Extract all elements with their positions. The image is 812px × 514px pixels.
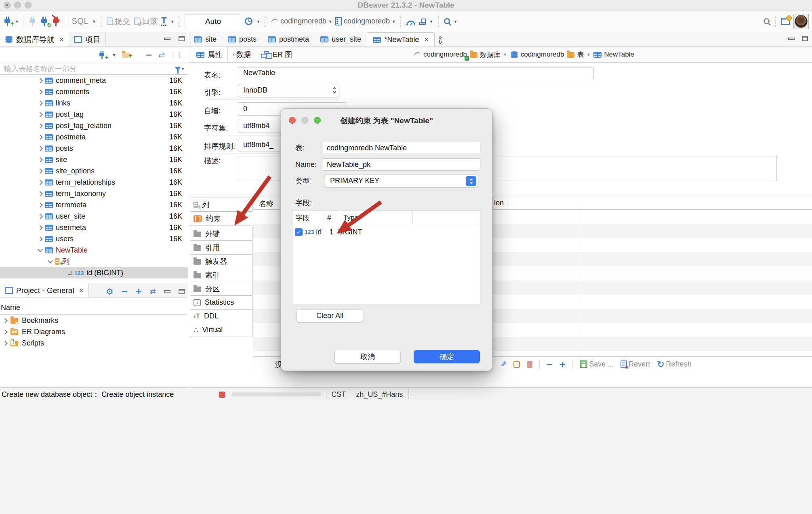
rollback-button[interactable]: 回滚	[134, 16, 158, 27]
search-dropdown[interactable]: ▾	[454, 19, 457, 24]
chevron-icon[interactable]	[38, 225, 43, 230]
chevron-icon[interactable]	[38, 89, 43, 95]
cancel-button[interactable]: 取消	[334, 350, 401, 363]
locale-indicator[interactable]: zh_US_#Hans	[356, 390, 403, 399]
chevron-icon[interactable]	[38, 214, 43, 219]
col-header-position[interactable]: #	[324, 211, 340, 225]
select-updown-icon[interactable]	[466, 176, 476, 186]
chevron-icon[interactable]	[2, 329, 8, 335]
chevron-icon[interactable]	[48, 258, 53, 263]
tree-row[interactable]: 123 id (BIGINT)	[0, 267, 188, 278]
search-icon[interactable]	[444, 18, 450, 24]
tab-er-diagram[interactable]: ER 图	[256, 47, 297, 62]
col-header-field[interactable]: 字段	[292, 211, 324, 225]
tree-row[interactable]: comments 16K	[0, 86, 188, 97]
transaction-log-dropdown[interactable]: ▾	[257, 19, 259, 24]
tree-row[interactable]: term_taxonomy 16K	[0, 188, 188, 199]
chevron-icon[interactable]	[38, 191, 43, 196]
chevron-icon[interactable]	[2, 318, 8, 323]
category-item[interactable]: Statistics	[190, 295, 252, 310]
category-item[interactable]: 触发器	[190, 254, 252, 268]
tree-row[interactable]: users 16K	[0, 233, 188, 244]
chevron-icon[interactable]	[38, 135, 43, 140]
chevron-icon[interactable]	[38, 236, 43, 242]
save-button[interactable]: Save ...	[580, 360, 614, 369]
editor-tab[interactable]: *NewTable ×	[367, 32, 435, 46]
new-connection-small-dropdown[interactable]: ▾	[113, 52, 116, 58]
new-connection-small-button[interactable]: +	[98, 50, 106, 60]
chevron-icon[interactable]	[38, 202, 43, 208]
sql-editor-dropdown[interactable]: ▾	[93, 19, 95, 24]
breadcrumb-database[interactable]: codingmoredb	[510, 51, 564, 59]
category-item[interactable]: DDL	[190, 309, 252, 323]
maximize-panel-icon[interactable]	[179, 289, 185, 294]
gear-icon[interactable]	[106, 287, 114, 296]
name-column-header[interactable]: Name	[0, 301, 188, 315]
tree-row[interactable]: site 16K	[0, 154, 188, 165]
task-dropdown[interactable]: ▾	[430, 19, 433, 24]
category-item[interactable]: 列	[190, 198, 252, 212]
link-with-editor-icon[interactable]: ⇄	[150, 287, 156, 296]
tab-database-navigator[interactable]: 数据库导航 ×	[0, 32, 69, 46]
editor-tab[interactable]: postmeta ×	[262, 32, 315, 46]
chevron-icon[interactable]	[38, 123, 43, 128]
chevron-icon[interactable]	[38, 146, 43, 151]
breadcrumb-databases[interactable]: 数据库▼	[470, 50, 507, 59]
tab-overflow-indicator[interactable]: » 6	[435, 32, 446, 46]
commit-button[interactable]: 提交	[107, 16, 130, 27]
chevron-icon[interactable]	[38, 78, 43, 83]
field-row[interactable]: 123 id 1 BIGINT	[292, 225, 480, 239]
project-row[interactable]: ER Diagrams	[0, 326, 188, 337]
maximize-editor-icon[interactable]	[802, 36, 808, 41]
category-item[interactable]: 外键	[190, 227, 252, 241]
transaction-mode-icon[interactable]: T	[161, 17, 166, 26]
tab-projects[interactable]: 项目	[69, 32, 106, 46]
revert-button[interactable]: Revert	[621, 360, 650, 369]
tree-row[interactable]: links 16K	[0, 97, 188, 109]
connect-button[interactable]	[28, 17, 36, 26]
breadcrumb-table[interactable]: NewTable	[593, 51, 634, 59]
reconnect-button[interactable]: ↻	[40, 17, 48, 26]
chevron-down-icon[interactable]: ▼	[586, 52, 591, 57]
active-connection-combo[interactable]: codingmoredb ▾	[271, 17, 331, 25]
commit-mode-combo[interactable]: Auto	[185, 15, 241, 28]
close-icon[interactable]: ×	[424, 36, 429, 44]
chevron-icon[interactable]	[2, 341, 8, 346]
grid-name-header[interactable]: 名称	[259, 199, 273, 209]
chevron-down-icon[interactable]: ▼	[503, 52, 507, 57]
timezone-indicator[interactable]: CST	[331, 390, 346, 399]
chevron-icon[interactable]	[38, 112, 43, 117]
expand-all-icon[interactable]	[136, 287, 142, 295]
dashboard-icon[interactable]	[406, 21, 415, 25]
chevron-icon[interactable]	[68, 271, 72, 275]
dialog-type-select[interactable]: PRIMARY KEY	[325, 174, 478, 187]
new-connection-dropdown[interactable]: ▾	[16, 19, 18, 24]
project-row[interactable]: Scripts	[0, 337, 188, 349]
refresh-button[interactable]: Refresh	[657, 360, 691, 369]
form-field[interactable]: NewTable	[238, 67, 594, 79]
category-item[interactable]: Virtual	[190, 323, 252, 337]
form-field[interactable]: InnoDB	[238, 84, 339, 97]
category-item[interactable]: 分区	[190, 282, 252, 296]
view-menu-icon[interactable]: ⋮⋮	[171, 53, 182, 56]
minimize-editor-icon[interactable]	[788, 38, 795, 40]
add-icon[interactable]	[560, 360, 566, 369]
remove-icon[interactable]	[547, 360, 553, 369]
task-archive-icon[interactable]	[419, 22, 426, 25]
close-icon[interactable]: ×	[79, 286, 84, 295]
col-header-type[interactable]: Type	[340, 211, 413, 225]
transaction-log-icon[interactable]	[245, 17, 252, 25]
tab-properties[interactable]: 属性	[191, 47, 228, 62]
breadcrumb-connection[interactable]: codingmoredb	[413, 51, 467, 59]
minimize-panel-icon[interactable]	[164, 38, 170, 40]
category-item[interactable]: 引用	[190, 240, 252, 255]
tab-data[interactable]: ‹› 数据	[228, 47, 256, 62]
chevron-icon[interactable]	[38, 247, 43, 252]
table-filter-input[interactable]	[4, 65, 175, 73]
tree-row[interactable]: post_tag_relation 16K	[0, 120, 188, 131]
dbeaver-perspective-button[interactable]	[793, 14, 809, 29]
active-database-combo[interactable]: codingmoredb ▾	[335, 17, 395, 25]
chevron-icon[interactable]	[38, 169, 43, 174]
new-folder-button[interactable]: +	[122, 52, 130, 58]
maximize-panel-icon[interactable]	[179, 36, 185, 41]
